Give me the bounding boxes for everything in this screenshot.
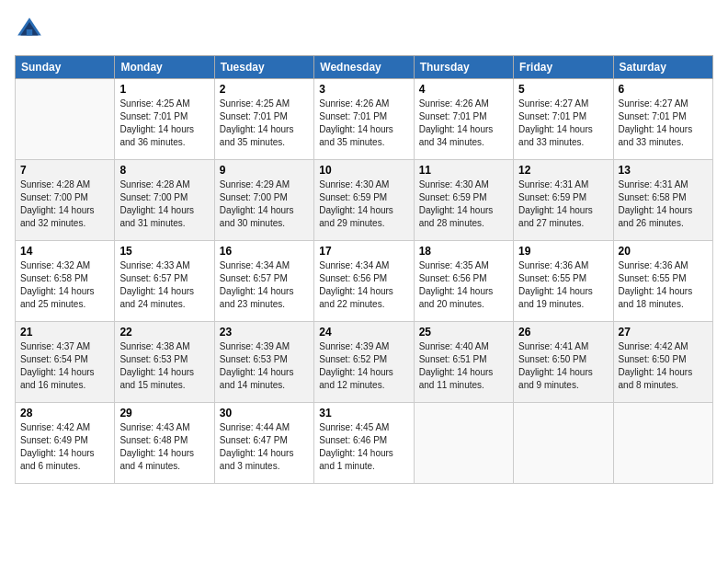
day-number: 11: [419, 164, 508, 177]
cell-info: Sunrise: 4:42 AMSunset: 6:50 PMDaylight:…: [619, 340, 708, 392]
day-number: 21: [20, 326, 109, 339]
cell-info: Sunrise: 4:28 AMSunset: 7:00 PMDaylight:…: [119, 178, 209, 230]
cell-info: Sunrise: 4:26 AMSunset: 7:01 PMDaylight:…: [419, 98, 508, 149]
day-number: 27: [619, 326, 708, 339]
calendar-cell: 5Sunrise: 4:27 AMSunset: 7:01 PMDaylight…: [514, 79, 613, 160]
calendar-cell: 16Sunrise: 4:34 AMSunset: 6:57 PMDayligh…: [214, 241, 313, 322]
day-number: 10: [319, 164, 408, 177]
cell-info: Sunrise: 4:39 AMSunset: 6:53 PMDaylight:…: [220, 340, 309, 392]
day-number: 26: [518, 326, 608, 339]
cell-info: Sunrise: 4:30 AMSunset: 6:59 PMDaylight:…: [319, 178, 408, 230]
cell-info: Sunrise: 4:36 AMSunset: 6:55 PMDaylight:…: [619, 259, 708, 311]
day-number: 9: [220, 164, 309, 177]
day-number: 23: [220, 326, 309, 339]
cell-info: Sunrise: 4:31 AMSunset: 6:58 PMDaylight:…: [619, 178, 708, 230]
day-number: 25: [419, 326, 508, 339]
logo-icon: [15, 15, 44, 44]
day-number: 28: [20, 407, 109, 419]
cell-info: Sunrise: 4:32 AMSunset: 6:58 PMDaylight:…: [20, 259, 109, 311]
day-number: 31: [319, 407, 408, 419]
calendar-cell: 9Sunrise: 4:29 AMSunset: 7:00 PMDaylight…: [214, 160, 313, 241]
cell-info: Sunrise: 4:25 AMSunset: 7:01 PMDaylight:…: [119, 98, 209, 149]
calendar-cell: 31Sunrise: 4:45 AMSunset: 6:46 PMDayligh…: [314, 403, 414, 484]
cell-info: Sunrise: 4:33 AMSunset: 6:57 PMDaylight:…: [119, 259, 209, 311]
day-number: 29: [119, 407, 209, 419]
cell-info: Sunrise: 4:35 AMSunset: 6:56 PMDaylight:…: [419, 259, 508, 311]
calendar-cell: 7Sunrise: 4:28 AMSunset: 7:00 PMDaylight…: [16, 160, 115, 241]
calendar-header-row: SundayMondayTuesdayWednesdayThursdayFrid…: [16, 56, 713, 79]
day-number: 4: [419, 83, 508, 96]
cell-info: Sunrise: 4:27 AMSunset: 7:01 PMDaylight:…: [619, 98, 708, 149]
calendar-cell: 29Sunrise: 4:43 AMSunset: 6:48 PMDayligh…: [115, 403, 214, 484]
calendar-cell: 25Sunrise: 4:40 AMSunset: 6:51 PMDayligh…: [414, 322, 513, 403]
calendar-cell: 1Sunrise: 4:25 AMSunset: 7:01 PMDaylight…: [115, 79, 214, 160]
day-header-saturday: Saturday: [613, 56, 712, 79]
calendar-cell: 23Sunrise: 4:39 AMSunset: 6:53 PMDayligh…: [214, 322, 313, 403]
cell-info: Sunrise: 4:28 AMSunset: 7:00 PMDaylight:…: [20, 178, 109, 230]
logo: [15, 15, 48, 44]
calendar-cell: 19Sunrise: 4:36 AMSunset: 6:55 PMDayligh…: [514, 241, 613, 322]
calendar-cell: 8Sunrise: 4:28 AMSunset: 7:00 PMDaylight…: [115, 160, 214, 241]
cell-info: Sunrise: 4:37 AMSunset: 6:54 PMDaylight:…: [20, 340, 109, 392]
day-number: 3: [319, 83, 408, 96]
calendar-week-row: 1Sunrise: 4:25 AMSunset: 7:01 PMDaylight…: [16, 79, 713, 160]
cell-info: Sunrise: 4:44 AMSunset: 6:47 PMDaylight:…: [220, 421, 309, 473]
calendar-cell: 24Sunrise: 4:39 AMSunset: 6:52 PMDayligh…: [314, 322, 414, 403]
cell-info: Sunrise: 4:26 AMSunset: 7:01 PMDaylight:…: [319, 98, 408, 149]
day-number: 18: [419, 245, 508, 258]
day-number: 16: [220, 245, 309, 258]
calendar-cell: 6Sunrise: 4:27 AMSunset: 7:01 PMDaylight…: [613, 79, 712, 160]
cell-info: Sunrise: 4:43 AMSunset: 6:48 PMDaylight:…: [119, 421, 209, 473]
day-number: 15: [119, 245, 209, 258]
cell-info: Sunrise: 4:42 AMSunset: 6:49 PMDaylight:…: [20, 421, 109, 473]
day-header-sunday: Sunday: [16, 56, 115, 79]
cell-info: Sunrise: 4:29 AMSunset: 7:00 PMDaylight:…: [220, 178, 309, 230]
day-number: 13: [619, 164, 708, 177]
day-header-friday: Friday: [514, 56, 613, 79]
calendar-cell: 14Sunrise: 4:32 AMSunset: 6:58 PMDayligh…: [16, 241, 115, 322]
day-number: 5: [518, 83, 608, 96]
calendar-cell: [514, 403, 613, 484]
cell-info: Sunrise: 4:41 AMSunset: 6:50 PMDaylight:…: [518, 340, 608, 392]
cell-info: Sunrise: 4:38 AMSunset: 6:53 PMDaylight:…: [119, 340, 209, 392]
day-header-tuesday: Tuesday: [214, 56, 313, 79]
day-number: 6: [619, 83, 708, 96]
svg-rect-2: [27, 29, 32, 35]
calendar-table: SundayMondayTuesdayWednesdayThursdayFrid…: [15, 55, 713, 484]
cell-info: Sunrise: 4:39 AMSunset: 6:52 PMDaylight:…: [319, 340, 408, 392]
calendar-cell: 4Sunrise: 4:26 AMSunset: 7:01 PMDaylight…: [414, 79, 513, 160]
cell-info: Sunrise: 4:25 AMSunset: 7:01 PMDaylight:…: [220, 98, 309, 149]
cell-info: Sunrise: 4:34 AMSunset: 6:57 PMDaylight:…: [220, 259, 309, 311]
calendar-cell: 12Sunrise: 4:31 AMSunset: 6:59 PMDayligh…: [514, 160, 613, 241]
cell-info: Sunrise: 4:31 AMSunset: 6:59 PMDaylight:…: [518, 178, 608, 230]
day-header-wednesday: Wednesday: [314, 56, 414, 79]
calendar-cell: 17Sunrise: 4:34 AMSunset: 6:56 PMDayligh…: [314, 241, 414, 322]
calendar-cell: 2Sunrise: 4:25 AMSunset: 7:01 PMDaylight…: [214, 79, 313, 160]
day-number: 2: [220, 83, 309, 96]
calendar-cell: [16, 79, 115, 160]
day-number: 30: [220, 407, 309, 419]
calendar-cell: 18Sunrise: 4:35 AMSunset: 6:56 PMDayligh…: [414, 241, 513, 322]
day-header-monday: Monday: [115, 56, 214, 79]
day-number: 8: [119, 164, 209, 177]
calendar-cell: 20Sunrise: 4:36 AMSunset: 6:55 PMDayligh…: [613, 241, 712, 322]
cell-info: Sunrise: 4:34 AMSunset: 6:56 PMDaylight:…: [319, 259, 408, 311]
cell-info: Sunrise: 4:40 AMSunset: 6:51 PMDaylight:…: [419, 340, 508, 392]
day-number: 1: [119, 83, 209, 96]
calendar-cell: 15Sunrise: 4:33 AMSunset: 6:57 PMDayligh…: [115, 241, 214, 322]
calendar-week-row: 21Sunrise: 4:37 AMSunset: 6:54 PMDayligh…: [16, 322, 713, 403]
calendar-cell: 27Sunrise: 4:42 AMSunset: 6:50 PMDayligh…: [613, 322, 712, 403]
day-number: 14: [20, 245, 109, 258]
calendar-week-row: 7Sunrise: 4:28 AMSunset: 7:00 PMDaylight…: [16, 160, 713, 241]
calendar-cell: 21Sunrise: 4:37 AMSunset: 6:54 PMDayligh…: [16, 322, 115, 403]
day-header-thursday: Thursday: [414, 56, 513, 79]
calendar-cell: 13Sunrise: 4:31 AMSunset: 6:58 PMDayligh…: [613, 160, 712, 241]
page-header: [15, 15, 713, 44]
cell-info: Sunrise: 4:27 AMSunset: 7:01 PMDaylight:…: [518, 98, 608, 149]
day-number: 12: [518, 164, 608, 177]
calendar-cell: 26Sunrise: 4:41 AMSunset: 6:50 PMDayligh…: [514, 322, 613, 403]
calendar-cell: 22Sunrise: 4:38 AMSunset: 6:53 PMDayligh…: [115, 322, 214, 403]
day-number: 17: [319, 245, 408, 258]
calendar-cell: 28Sunrise: 4:42 AMSunset: 6:49 PMDayligh…: [16, 403, 115, 484]
day-number: 22: [119, 326, 209, 339]
